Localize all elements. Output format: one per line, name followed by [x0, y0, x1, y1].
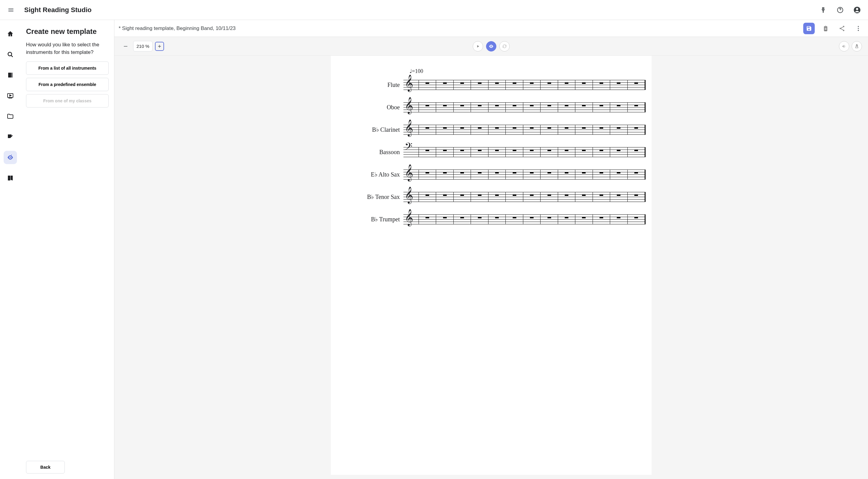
- zoom-value: 210: [136, 43, 144, 49]
- whole-rest-icon: [599, 194, 603, 196]
- measure: [628, 214, 646, 224]
- app-title: Sight Reading Studio: [24, 6, 91, 14]
- folder-icon[interactable]: [4, 110, 17, 123]
- option-predefined-ensemble[interactable]: From a predefined ensemble: [26, 78, 108, 91]
- zoom-in-button[interactable]: [155, 42, 164, 51]
- treble-clef-icon: 𝄞: [405, 165, 413, 180]
- measure: [506, 170, 523, 179]
- whole-rest-icon: [599, 150, 603, 151]
- search-icon[interactable]: [4, 48, 17, 61]
- clipboard-icon[interactable]: [820, 23, 831, 34]
- whole-rest-icon: [582, 150, 586, 151]
- whole-rest-icon: [513, 82, 516, 84]
- whole-rest-icon: [495, 127, 499, 129]
- whole-rest-icon: [617, 172, 620, 174]
- panel-prompt: How would you like to select the instrum…: [26, 41, 108, 56]
- whole-rest-icon: [426, 172, 429, 174]
- whole-rest-icon: [426, 217, 429, 218]
- svg-point-12: [843, 30, 844, 31]
- measure: [471, 214, 488, 224]
- whole-rest-icon: [582, 217, 586, 218]
- svg-point-9: [10, 157, 11, 158]
- staff: 𝄞: [403, 99, 646, 115]
- zoom-out-button[interactable]: [120, 41, 131, 52]
- staff-row: B♭ Trumpet𝄞: [349, 211, 646, 227]
- whole-rest-icon: [443, 172, 447, 174]
- help-icon[interactable]: [834, 4, 846, 16]
- measure: [418, 102, 436, 112]
- measure: [489, 125, 506, 134]
- score-page: ♩=100 Flute𝄞Oboe𝄞B♭ Clarinet𝄞Bassoon𝄢E♭ …: [331, 56, 652, 475]
- whole-rest-icon: [495, 150, 499, 151]
- refresh-button[interactable]: [499, 41, 510, 52]
- measure: [575, 80, 593, 90]
- whole-rest-icon: [513, 194, 516, 196]
- preview-button[interactable]: [486, 41, 496, 52]
- whole-rest-icon: [530, 105, 534, 106]
- staff: 𝄞: [403, 211, 646, 227]
- measure: [489, 80, 506, 90]
- whole-rest-icon: [513, 150, 516, 151]
- play-button[interactable]: [473, 41, 483, 52]
- whole-rest-icon: [599, 172, 603, 174]
- score-viewport[interactable]: ♩=100 Flute𝄞Oboe𝄞B♭ Clarinet𝄞Bassoon𝄢E♭ …: [115, 56, 868, 479]
- measure: [471, 80, 488, 90]
- share-icon[interactable]: [837, 23, 847, 34]
- measure: [593, 147, 610, 157]
- measure: [575, 125, 593, 134]
- staff-row: B♭ Clarinet𝄞: [349, 122, 646, 138]
- whole-rest-icon: [530, 172, 534, 174]
- whole-rest-icon: [443, 127, 447, 129]
- save-button[interactable]: [803, 23, 815, 34]
- menu-icon[interactable]: [5, 4, 17, 16]
- whole-rest-icon: [443, 150, 447, 151]
- tuning-fork-icon[interactable]: [817, 4, 829, 16]
- staff: 𝄞: [403, 122, 646, 138]
- sight-reading-icon[interactable]: [4, 151, 17, 164]
- whole-rest-icon: [530, 127, 534, 129]
- measure: [523, 192, 540, 202]
- zoom-value-display[interactable]: 210 %: [133, 41, 153, 52]
- whole-rest-icon: [634, 217, 638, 218]
- measure: [471, 102, 488, 112]
- whole-rest-icon: [617, 105, 620, 106]
- whole-rest-icon: [530, 150, 534, 151]
- measure: [540, 80, 558, 90]
- measure: [418, 125, 436, 134]
- measure: [454, 147, 471, 157]
- whole-rest-icon: [530, 194, 534, 196]
- video-icon[interactable]: [4, 89, 17, 102]
- compose-icon[interactable]: [4, 130, 17, 144]
- svg-rect-6: [11, 73, 12, 78]
- volume-button[interactable]: [839, 41, 849, 52]
- option-all-instruments[interactable]: From a list of all instruments: [26, 61, 108, 75]
- score-toolbar: 210 %: [115, 37, 868, 56]
- back-button[interactable]: Back: [26, 461, 65, 474]
- svg-point-13: [858, 26, 859, 27]
- whole-rest-icon: [513, 172, 516, 174]
- measure: [454, 125, 471, 134]
- measure: [523, 214, 540, 224]
- whole-rest-icon: [478, 127, 482, 129]
- measure: [575, 192, 593, 202]
- staff-row: Bassoon𝄢: [349, 144, 646, 160]
- measure: [436, 102, 453, 112]
- whole-rest-icon: [495, 105, 499, 106]
- account-icon[interactable]: [851, 4, 863, 16]
- measure: [558, 170, 575, 179]
- metronome-button[interactable]: [851, 41, 862, 52]
- whole-rest-icon: [530, 217, 534, 218]
- exit-icon[interactable]: [4, 171, 17, 185]
- whole-rest-icon: [548, 105, 551, 106]
- home-icon[interactable]: [4, 27, 17, 40]
- measure: [506, 80, 523, 90]
- measure: [540, 214, 558, 224]
- measure: [418, 192, 436, 202]
- measure: [593, 102, 610, 112]
- measure: [558, 80, 575, 90]
- instrument-label: E♭ Alto Sax: [349, 171, 403, 178]
- more-icon[interactable]: [853, 23, 864, 34]
- measure: [436, 80, 453, 90]
- whole-rest-icon: [513, 217, 516, 218]
- book-icon[interactable]: [4, 68, 17, 82]
